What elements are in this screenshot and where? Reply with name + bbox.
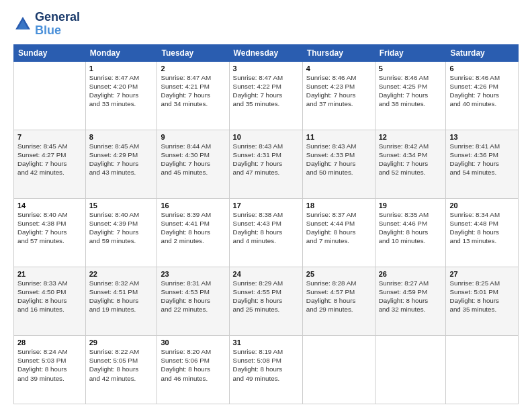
day-number: 16 [161, 201, 225, 210]
day-cell: 1Sunrise: 8:47 AMSunset: 4:20 PMDaylight… [85, 61, 157, 130]
day-info: Sunrise: 8:24 AMSunset: 5:03 PMDaylight:… [17, 347, 82, 383]
day-number: 12 [379, 133, 443, 141]
day-cell: 2Sunrise: 8:47 AMSunset: 4:21 PMDaylight… [157, 61, 229, 130]
day-cell: 21Sunrise: 8:33 AMSunset: 4:50 PMDayligh… [14, 267, 86, 335]
calendar-table: SundayMondayTuesdayWednesdayThursdayFrid… [13, 44, 519, 404]
day-number: 1 [89, 64, 154, 73]
day-info: Sunrise: 8:40 AMSunset: 4:39 PMDaylight:… [89, 210, 154, 246]
day-number: 5 [379, 64, 443, 73]
day-cell: 20Sunrise: 8:34 AMSunset: 4:48 PMDayligh… [446, 198, 519, 267]
day-number: 18 [306, 201, 371, 210]
day-number: 2 [161, 64, 225, 73]
day-cell: 30Sunrise: 8:20 AMSunset: 5:06 PMDayligh… [157, 335, 229, 404]
day-number: 26 [379, 270, 443, 278]
day-cell: 12Sunrise: 8:42 AMSunset: 4:34 PMDayligh… [375, 130, 446, 198]
day-info: Sunrise: 8:47 AMSunset: 4:20 PMDaylight:… [89, 73, 154, 109]
day-number: 31 [233, 338, 299, 347]
day-number: 4 [306, 64, 371, 73]
day-number: 8 [89, 133, 154, 141]
page: General Blue SundayMondayTuesdayWednesda… [0, 0, 532, 411]
day-cell: 22Sunrise: 8:32 AMSunset: 4:51 PMDayligh… [85, 267, 157, 335]
day-info: Sunrise: 8:33 AMSunset: 4:50 PMDaylight:… [17, 279, 82, 314]
day-info: Sunrise: 8:42 AMSunset: 4:34 PMDaylight:… [379, 142, 443, 177]
logo-text: General Blue [35, 11, 80, 38]
day-number: 27 [449, 270, 515, 278]
day-number: 23 [161, 270, 225, 278]
day-cell: 28Sunrise: 8:24 AMSunset: 5:03 PMDayligh… [14, 335, 86, 404]
header: General Blue [13, 11, 519, 38]
day-info: Sunrise: 8:46 AMSunset: 4:23 PMDaylight:… [306, 73, 371, 109]
day-cell: 7Sunrise: 8:45 AMSunset: 4:27 PMDaylight… [14, 130, 86, 198]
day-info: Sunrise: 8:43 AMSunset: 4:31 PMDaylight:… [233, 142, 299, 177]
day-number: 24 [233, 270, 299, 278]
day-cell: 10Sunrise: 8:43 AMSunset: 4:31 PMDayligh… [229, 130, 302, 198]
day-number: 3 [233, 64, 299, 73]
day-info: Sunrise: 8:31 AMSunset: 4:53 PMDaylight:… [161, 279, 225, 314]
day-info: Sunrise: 8:43 AMSunset: 4:33 PMDaylight:… [306, 142, 371, 177]
day-number: 21 [17, 270, 82, 278]
week-row-4: 21Sunrise: 8:33 AMSunset: 4:50 PMDayligh… [14, 267, 519, 335]
day-cell: 23Sunrise: 8:31 AMSunset: 4:53 PMDayligh… [157, 267, 229, 335]
day-number: 22 [89, 270, 154, 278]
day-cell: 8Sunrise: 8:45 AMSunset: 4:29 PMDaylight… [85, 130, 157, 198]
logo-icon [13, 15, 32, 34]
week-row-2: 7Sunrise: 8:45 AMSunset: 4:27 PMDaylight… [14, 130, 519, 198]
weekday-saturday: Saturday [446, 44, 519, 61]
day-cell: 18Sunrise: 8:37 AMSunset: 4:44 PMDayligh… [302, 198, 375, 267]
day-info: Sunrise: 8:46 AMSunset: 4:25 PMDaylight:… [379, 73, 443, 109]
day-cell: 26Sunrise: 8:27 AMSunset: 4:59 PMDayligh… [375, 267, 446, 335]
day-cell [375, 335, 446, 404]
day-info: Sunrise: 8:44 AMSunset: 4:30 PMDaylight:… [161, 142, 225, 177]
day-cell: 13Sunrise: 8:41 AMSunset: 4:36 PMDayligh… [446, 130, 519, 198]
day-cell: 3Sunrise: 8:47 AMSunset: 4:22 PMDaylight… [229, 61, 302, 130]
day-number: 6 [449, 64, 515, 73]
day-cell: 27Sunrise: 8:25 AMSunset: 5:01 PMDayligh… [446, 267, 519, 335]
day-number: 13 [449, 133, 515, 141]
day-number: 10 [233, 133, 299, 141]
weekday-tuesday: Tuesday [157, 44, 229, 61]
day-number: 17 [233, 201, 299, 210]
day-number: 30 [161, 338, 225, 347]
day-info: Sunrise: 8:28 AMSunset: 4:57 PMDaylight:… [306, 279, 371, 314]
day-info: Sunrise: 8:35 AMSunset: 4:46 PMDaylight:… [379, 210, 443, 246]
day-cell: 17Sunrise: 8:38 AMSunset: 4:43 PMDayligh… [229, 198, 302, 267]
day-number: 9 [161, 133, 225, 141]
day-number: 19 [379, 201, 443, 210]
day-cell: 25Sunrise: 8:28 AMSunset: 4:57 PMDayligh… [302, 267, 375, 335]
week-row-5: 28Sunrise: 8:24 AMSunset: 5:03 PMDayligh… [14, 335, 519, 404]
weekday-thursday: Thursday [302, 44, 375, 61]
day-cell: 31Sunrise: 8:19 AMSunset: 5:08 PMDayligh… [229, 335, 302, 404]
day-cell: 6Sunrise: 8:46 AMSunset: 4:26 PMDaylight… [446, 61, 519, 130]
day-cell: 9Sunrise: 8:44 AMSunset: 4:30 PMDaylight… [157, 130, 229, 198]
day-info: Sunrise: 8:39 AMSunset: 4:41 PMDaylight:… [161, 210, 225, 246]
day-info: Sunrise: 8:45 AMSunset: 4:29 PMDaylight:… [89, 142, 154, 177]
day-info: Sunrise: 8:29 AMSunset: 4:55 PMDaylight:… [233, 279, 299, 314]
weekday-wednesday: Wednesday [229, 44, 302, 61]
day-info: Sunrise: 8:47 AMSunset: 4:21 PMDaylight:… [161, 73, 225, 109]
weekday-header-row: SundayMondayTuesdayWednesdayThursdayFrid… [14, 44, 519, 61]
day-info: Sunrise: 8:20 AMSunset: 5:06 PMDaylight:… [161, 347, 225, 383]
day-info: Sunrise: 8:38 AMSunset: 4:43 PMDaylight:… [233, 210, 299, 246]
day-info: Sunrise: 8:19 AMSunset: 5:08 PMDaylight:… [233, 347, 299, 383]
day-number: 29 [89, 338, 154, 347]
day-number: 7 [17, 133, 82, 141]
day-info: Sunrise: 8:46 AMSunset: 4:26 PMDaylight:… [449, 73, 515, 109]
day-cell [302, 335, 375, 404]
weekday-monday: Monday [85, 44, 157, 61]
day-cell [14, 61, 86, 130]
day-number: 14 [17, 201, 82, 210]
day-number: 11 [306, 133, 371, 141]
week-row-3: 14Sunrise: 8:40 AMSunset: 4:38 PMDayligh… [14, 198, 519, 267]
day-info: Sunrise: 8:32 AMSunset: 4:51 PMDaylight:… [89, 279, 154, 314]
day-cell: 16Sunrise: 8:39 AMSunset: 4:41 PMDayligh… [157, 198, 229, 267]
day-cell: 24Sunrise: 8:29 AMSunset: 4:55 PMDayligh… [229, 267, 302, 335]
day-cell: 19Sunrise: 8:35 AMSunset: 4:46 PMDayligh… [375, 198, 446, 267]
day-info: Sunrise: 8:41 AMSunset: 4:36 PMDaylight:… [449, 142, 515, 177]
weekday-friday: Friday [375, 44, 446, 61]
day-info: Sunrise: 8:34 AMSunset: 4:48 PMDaylight:… [449, 210, 515, 246]
day-number: 20 [449, 201, 515, 210]
day-info: Sunrise: 8:47 AMSunset: 4:22 PMDaylight:… [233, 73, 299, 109]
day-info: Sunrise: 8:40 AMSunset: 4:38 PMDaylight:… [17, 210, 82, 246]
day-info: Sunrise: 8:25 AMSunset: 5:01 PMDaylight:… [449, 279, 515, 314]
weekday-sunday: Sunday [14, 44, 86, 61]
